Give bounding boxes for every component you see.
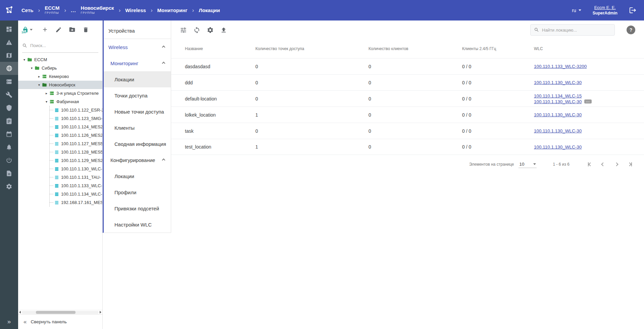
menu-section-monitoring[interactable]: Мониторинг [104,55,171,71]
wlc-link[interactable]: 100.110.1.130_WLC-30 [534,112,582,117]
column-header-client-count[interactable]: Количество клиентов [368,46,462,51]
logout-button[interactable] [629,6,637,14]
menu-item-config-locations[interactable]: Локации [104,168,171,184]
tree-node-device[interactable]: 100.110.1.127_MES5 [50,139,102,148]
lock-timer-button[interactable]: 1m [22,27,33,33]
delete-button[interactable] [83,27,89,33]
menu-item-subnet-bindings[interactable]: Привязки подсетей [104,200,171,216]
sidebar-item-dashboard[interactable] [0,23,18,36]
scrollbar-track[interactable] [22,311,99,314]
table-row[interactable]: dasdasdasd 0 0 0 / 0 100.110.1.133_WLC-3… [171,58,644,74]
column-header-name[interactable]: Название [185,46,255,51]
tree-node-device[interactable]: 100.110.1.123_SMG- [50,114,102,123]
breadcrumb-network[interactable]: Сеть [21,7,34,13]
menu-section-configuration[interactable]: Конфигурирование [104,152,171,168]
tree-node-device[interactable]: 100.110.1.129_MES2 [50,156,102,165]
wlc-link[interactable]: 100.110.1.134_WLC-15 [534,93,582,99]
tree-node-device[interactable]: 100.110.1.130_WLC- [50,165,102,173]
sidebar-item-tasks[interactable] [0,114,18,127]
expand-arrow-icon[interactable] [36,75,42,78]
wlc-link[interactable]: 100.110.1.130_WLC-30 [534,80,582,85]
next-page-button[interactable] [610,159,623,170]
sidebar-item-network[interactable] [0,62,18,75]
expand-arrow-icon[interactable] [21,58,27,61]
sidebar-item-calendar[interactable] [0,127,18,140]
collapse-panel-label[interactable]: Свернуть панель [31,319,66,324]
sidebar-item-map[interactable] [0,49,18,62]
table-row[interactable]: test_location 1 0 0 / 0 100.110.1.130_WL… [171,139,644,155]
collapse-panel-icon[interactable]: « [23,319,27,325]
menu-item-new-access-points[interactable]: Новые точки доступа [104,104,171,120]
wlc-link[interactable]: 100.110.1.130_WLC-30 [534,99,582,105]
scroll-left-icon[interactable] [19,311,21,314]
sidebar-item-settings[interactable] [0,180,18,193]
column-header-wlc[interactable]: WLC [534,46,636,51]
tree-node-device[interactable]: 100.110.1.131_TAU- [50,173,102,181]
menu-item-monitoring-locations[interactable]: Локации [104,71,171,87]
breadcrumb-collapsed[interactable]: ... [71,7,76,13]
tree-node-sibir[interactable]: Сибирь [18,64,102,72]
last-page-button[interactable] [623,159,637,170]
wlc-link[interactable]: 100.110.1.133_WLC-3200 [534,64,587,69]
wlc-link[interactable]: 100.110.1.130_WLC-30 [534,145,582,150]
app-logo-icon[interactable] [0,6,18,15]
menu-item-devices[interactable]: Устройства [104,23,171,39]
help-button[interactable]: ? [627,26,635,34]
breadcrumb-city[interactable]: Новосибирск ГРУППЫ [81,6,114,15]
tree-node-eccm[interactable]: ECCM [18,55,102,64]
tree-node-device[interactable]: 100.110.1.134_WLC- [50,190,102,198]
table-row[interactable]: default-location 0 0 0 / 0 100.110.1.134… [171,90,644,107]
user-menu[interactable]: Eccm E. E. SuperAdmin [593,5,617,15]
tree-node-device[interactable]: 100.110.1.124_MES2 [50,123,102,131]
sidebar-item-power[interactable] [0,154,18,167]
menu-item-access-points[interactable]: Точки доступа [104,87,171,104]
tree-node-device[interactable]: 100.110.1.122_ESR-2 [50,106,102,114]
more-wlc-badge[interactable]: ... [584,99,591,104]
horizontal-scrollbar[interactable] [18,310,102,314]
tree-node-novosibirsk[interactable]: Новосибирск [18,81,102,89]
tree-search-input[interactable] [30,43,94,48]
table-row[interactable]: task 0 0 0 / 0 100.110.1.130_WLC-30 [171,123,644,139]
tree-node-device[interactable]: 100.110.1.133_WLC- [50,181,102,190]
column-header-band-clients[interactable]: Клиенты 2.4/5 ГГц [462,46,534,51]
table-row[interactable]: lolkek_location 1 0 0 / 0 100.110.1.130_… [171,107,644,123]
table-row[interactable]: ddd 0 0 0 / 0 100.110.1.130_WLC-30 [171,74,644,90]
sidebar-item-notifications[interactable] [0,140,18,154]
add-button[interactable] [42,26,48,33]
breadcrumb-monitoring[interactable]: Мониторинг [157,7,188,13]
wlc-link[interactable]: 100.110.1.130_WLC-30 [534,128,582,133]
per-page-select[interactable]: 10 [518,161,537,168]
menu-item-wlc-settings[interactable]: Настройки WLC [104,216,171,233]
prev-page-button[interactable] [596,159,610,170]
expand-arrow-icon[interactable] [36,83,42,87]
sidebar-item-security[interactable] [0,101,18,114]
menu-item-clients[interactable]: Клиенты [104,120,171,136]
tree-node-kemerovo[interactable]: Кемерово [18,72,102,81]
menu-item-profiles[interactable]: Профили [104,184,171,200]
location-search[interactable] [530,24,615,36]
sidebar-item-tools[interactable] [0,88,18,101]
edit-button[interactable] [55,27,62,33]
first-page-button[interactable] [583,159,596,170]
location-search-input[interactable] [542,28,606,33]
tree-node-device[interactable]: 100.110.1.128_MES5 [50,148,102,156]
table-settings-button[interactable] [207,27,214,34]
tree-node-fabrichnaya[interactable]: Фабричная [18,97,102,106]
filter-button[interactable] [180,27,187,34]
sidebar-item-devices[interactable] [0,75,18,88]
refresh-button[interactable] [193,27,200,34]
language-selector[interactable]: ru [572,8,581,13]
scrollbar-thumb[interactable] [36,311,76,314]
menu-section-wireless[interactable]: Wireless [104,39,171,55]
breadcrumb-wireless[interactable]: Wireless [125,7,146,13]
move-to-group-button[interactable] [69,26,76,33]
menu-item-summary[interactable]: Сводная информация [104,136,171,152]
expand-rail-button[interactable]: » [0,314,18,329]
scroll-right-icon[interactable] [100,311,101,314]
expand-arrow-icon[interactable] [44,91,49,95]
tree-node-device[interactable]: 192.168.17.161_MES [50,198,102,207]
expand-arrow-icon[interactable] [29,66,35,70]
breadcrumb-eccm[interactable]: ECCM ГРУППЫ [45,6,59,15]
tree-node-device[interactable]: 100.110.1.126_MES2 [50,131,102,139]
expand-arrow-icon[interactable] [44,100,49,104]
